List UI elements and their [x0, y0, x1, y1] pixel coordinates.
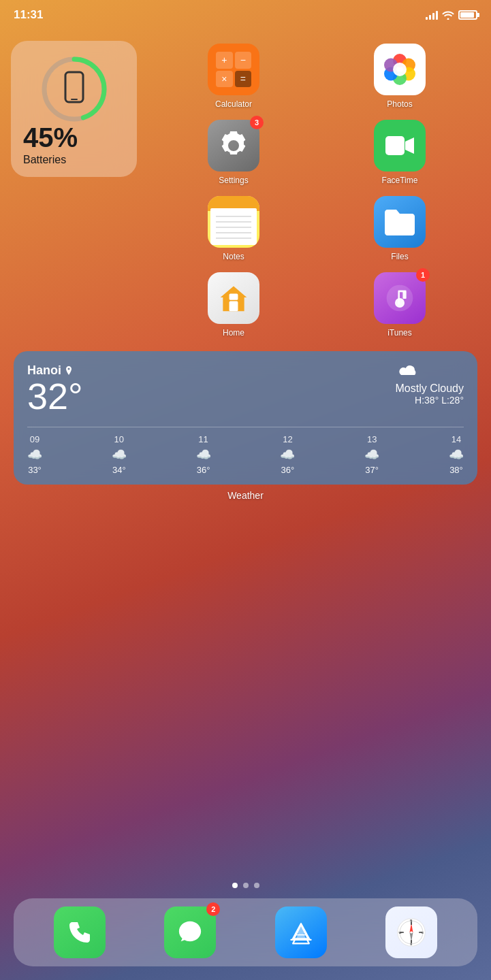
dock-appstore[interactable] — [272, 904, 330, 961]
app-notes[interactable]: Notes — [153, 193, 314, 264]
notes-label: Notes — [223, 252, 244, 261]
photos-label: Photos — [387, 99, 412, 109]
app-files[interactable]: Files — [319, 193, 480, 264]
weather-hourly: 09 ☁️ 33° 10 ☁️ 34° 11 ☁️ 36° 12 ☁️ 36° … — [27, 427, 464, 475]
hour-slot: 12 ☁️ 36° — [280, 434, 295, 475]
dock: 2 — [14, 898, 477, 966]
safari-icon: N E S W — [385, 906, 437, 958]
itunes-icon: 1 — [374, 272, 426, 324]
battery-widget[interactable]: 45% Batteries — [11, 41, 137, 177]
messages-badge: 2 — [206, 902, 220, 916]
dock-messages[interactable]: 2 — [161, 904, 219, 961]
svg-rect-12 — [385, 136, 405, 155]
photos-icon — [374, 44, 426, 95]
weather-main: Hanoi 32° Mostly Cloudy H:38° L:28° — [27, 363, 464, 420]
app-calculator[interactable]: + − × = Calculator — [153, 41, 314, 112]
app-home[interactable]: Home — [153, 270, 314, 340]
app-settings[interactable]: 3 Settings — [153, 117, 314, 188]
phone-icon — [54, 906, 106, 958]
svg-text:W: W — [398, 931, 401, 934]
appstore-icon — [275, 906, 327, 958]
home-label: Home — [223, 328, 244, 338]
facetime-label: FaceTime — [382, 176, 418, 185]
settings-icon: 3 — [208, 120, 259, 172]
calculator-icon: + − × = — [208, 44, 259, 95]
battery-percentage: 45% — [23, 124, 78, 151]
weather-widget[interactable]: Hanoi 32° Mostly Cloudy H:38° L:28° 09 ☁… — [14, 351, 477, 485]
status-bar: 11:31 — [0, 0, 491, 30]
svg-rect-22 — [229, 301, 238, 312]
dock-phone[interactable] — [51, 904, 108, 961]
svg-text:E: E — [422, 931, 424, 934]
weather-temp: 32° — [27, 378, 83, 414]
weather-high-low: H:38° L:28° — [396, 395, 464, 406]
hour-slot: 13 ☁️ 37° — [364, 434, 379, 475]
home-icon — [208, 272, 259, 324]
files-label: Files — [391, 252, 408, 261]
svg-point-11 — [393, 63, 407, 76]
messages-icon: 2 — [164, 906, 216, 958]
hour-slot: 14 ☁️ 38° — [449, 434, 464, 475]
app-facetime[interactable]: FaceTime — [319, 117, 480, 188]
weather-cloud-icon — [396, 363, 420, 382]
svg-rect-28 — [398, 291, 400, 304]
battery-icon — [458, 10, 477, 20]
calculator-label: Calculator — [215, 99, 252, 109]
weather-app-label: Weather — [0, 490, 491, 501]
status-time: 11:31 — [14, 8, 43, 22]
weather-left: Hanoi 32° — [27, 363, 83, 420]
svg-rect-27 — [402, 291, 406, 299]
location-icon — [64, 366, 74, 376]
dock-safari[interactable]: N E S W — [383, 904, 440, 961]
notes-icon — [208, 196, 259, 248]
svg-rect-23 — [229, 294, 238, 300]
svg-marker-13 — [405, 137, 414, 154]
weather-right: Mostly Cloudy H:38° L:28° — [396, 363, 464, 406]
signal-icon — [426, 10, 438, 20]
battery-label-text: Batteries — [23, 154, 66, 166]
facetime-icon — [374, 120, 426, 172]
settings-label: Settings — [219, 176, 248, 185]
svg-rect-2 — [65, 72, 83, 102]
svg-text:S: S — [410, 943, 412, 946]
hour-slot: 11 ☁️ 36° — [196, 434, 211, 475]
hour-slot: 09 ☁️ 33° — [27, 434, 42, 475]
itunes-label: iTunes — [387, 328, 412, 338]
top-section: 45% Batteries + − × = Calculator — [0, 30, 491, 340]
battery-ring — [37, 52, 112, 127]
hour-slot: 10 ☁️ 34° — [112, 434, 127, 475]
svg-rect-3 — [68, 75, 80, 97]
status-icons — [426, 10, 477, 20]
svg-text:N: N — [410, 919, 412, 922]
wifi-icon — [442, 10, 454, 20]
home-screen: 45% Batteries + − × = Calculator — [0, 30, 491, 898]
weather-description: Mostly Cloudy — [396, 382, 464, 395]
app-photos[interactable]: Photos — [319, 41, 480, 112]
app-grid-right: + − × = Calculator — [153, 41, 480, 340]
settings-badge: 3 — [250, 116, 264, 129]
files-icon — [374, 196, 426, 248]
app-itunes[interactable]: 1 iTunes — [319, 270, 480, 340]
itunes-badge: 1 — [416, 268, 430, 282]
